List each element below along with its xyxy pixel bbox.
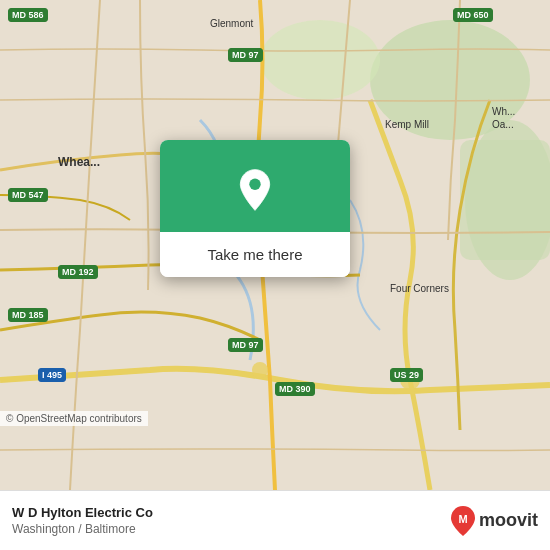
place-label-wh-oa: Wh...Oa... [492, 105, 515, 131]
bottom-info: W D Hylton Electric Co Washington / Balt… [12, 505, 153, 536]
location-pin-icon [233, 168, 277, 212]
road-badge-md-547: MD 547 [8, 188, 48, 202]
popup-card-body: Take me there [160, 232, 350, 277]
road-badge-md-97-bottom: MD 97 [228, 338, 263, 352]
svg-text:M: M [458, 513, 467, 525]
road-badge-us-29: US 29 [390, 368, 423, 382]
road-badge-md-650: MD 650 [453, 8, 493, 22]
svg-point-5 [252, 362, 268, 378]
moovit-logo: M moovit [449, 505, 538, 537]
road-badge-md-192: MD 192 [58, 265, 98, 279]
place-subtitle: Washington / Baltimore [12, 522, 153, 536]
road-badge-md-586: MD 586 [8, 8, 48, 22]
road-badge-i-495: I 495 [38, 368, 66, 382]
place-label-wheaton: Whea... [58, 155, 100, 169]
popup-card-header [160, 140, 350, 232]
road-badge-md-97-top: MD 97 [228, 48, 263, 62]
place-label-kemp-mill: Kemp Mill [385, 118, 429, 131]
moovit-logo-text: moovit [479, 510, 538, 531]
place-label-four-corners: Four Corners [390, 282, 449, 295]
svg-point-7 [249, 179, 260, 190]
map-attribution: © OpenStreetMap contributors [0, 411, 148, 426]
bottom-bar: W D Hylton Electric Co Washington / Balt… [0, 490, 550, 550]
moovit-logo-icon: M [449, 505, 477, 537]
map-container: Glenmont Whea... Kemp Mill Four Corners … [0, 0, 550, 490]
take-me-there-button[interactable]: Take me there [160, 232, 350, 277]
place-label-glenmont: Glenmont [210, 18, 253, 29]
popup-card: Take me there [160, 140, 350, 277]
road-badge-md-185: MD 185 [8, 308, 48, 322]
svg-rect-4 [460, 140, 550, 260]
road-badge-md-390: MD 390 [275, 382, 315, 396]
place-title: W D Hylton Electric Co [12, 505, 153, 520]
svg-point-3 [260, 20, 380, 100]
